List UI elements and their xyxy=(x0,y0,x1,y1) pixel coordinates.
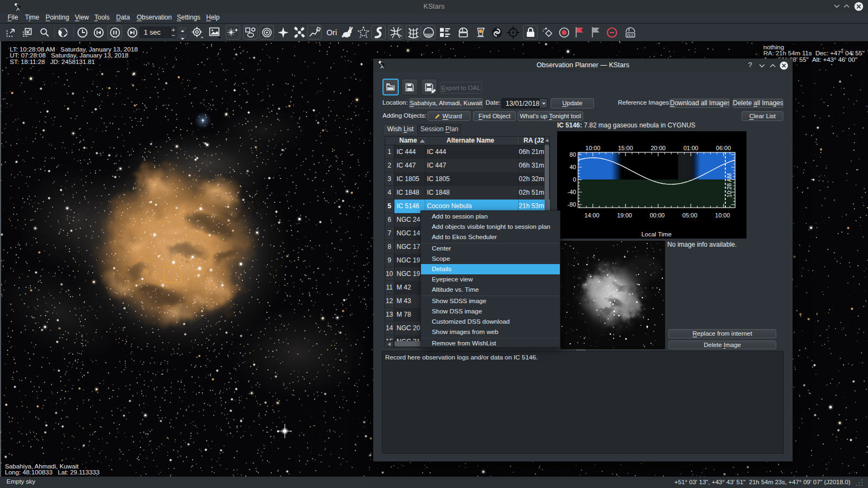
svg-text:14:00: 14:00 xyxy=(584,212,599,219)
svg-text:80: 80 xyxy=(570,151,576,158)
svg-text:0: 0 xyxy=(573,176,576,183)
svg-text:Local Time: Local Time xyxy=(641,231,672,237)
svg-text:10:00: 10:00 xyxy=(585,145,601,151)
svg-text:01:00: 01:00 xyxy=(684,145,699,151)
svg-text:-80: -80 xyxy=(567,201,576,208)
svg-text:20:00: 20:00 xyxy=(650,145,666,151)
svg-text:06:00: 06:00 xyxy=(716,145,731,151)
svg-text:19:00: 19:00 xyxy=(617,212,632,219)
svg-text:10:00: 10:00 xyxy=(715,212,730,219)
svg-text:00:00: 00:00 xyxy=(650,212,665,219)
svg-text:05:00: 05:00 xyxy=(682,212,698,219)
svg-text:40: 40 xyxy=(570,164,576,170)
svg-text:-40: -40 xyxy=(567,189,576,195)
svg-text:15:00: 15:00 xyxy=(618,145,633,151)
svg-text:10:28 AM: 10:28 AM xyxy=(726,174,732,197)
